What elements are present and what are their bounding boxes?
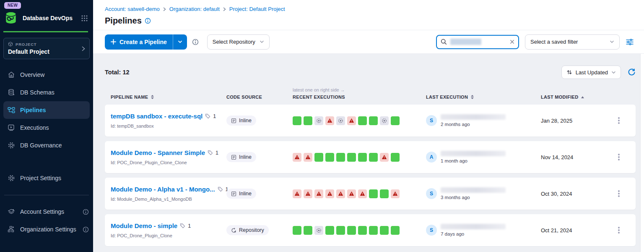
last-execution-time: 7 days ago [441, 231, 506, 236]
pipeline-name-link[interactable]: Module Demo - Alpha v1 - Mongo... [111, 186, 215, 193]
last-execution-time: 2 months ago [441, 122, 506, 127]
sidebar-item-db-governance[interactable]: DB Governance [0, 136, 93, 154]
execution-status-failed[interactable] [304, 153, 312, 162]
failed-warning-icon [305, 155, 311, 160]
execution-status-failed[interactable] [347, 189, 356, 198]
execution-status-success[interactable] [380, 226, 389, 235]
refresh-icon[interactable] [628, 68, 636, 76]
breadcrumb-organization[interactable]: Organization: default [169, 6, 220, 12]
execution-status-success[interactable] [325, 153, 334, 162]
clear-search-icon[interactable] [510, 39, 514, 44]
saved-filter-dropdown[interactable]: Select a saved filter [525, 34, 620, 50]
breadcrumb-account[interactable]: Account: satwell-demo [105, 6, 160, 12]
pipeline-name-link[interactable]: tempDB sandbox - execute-sql [111, 113, 203, 120]
execution-status-success[interactable] [369, 189, 378, 198]
sidebar-item-db-schemas[interactable]: DB Schemas [0, 84, 93, 101]
page-info-icon[interactable] [145, 18, 151, 24]
create-info-icon[interactable] [192, 39, 199, 45]
sidebar-item-executions[interactable]: Executions [0, 119, 93, 136]
row-options-menu-icon[interactable] [615, 151, 622, 163]
failed-warning-icon [327, 191, 332, 196]
execution-status-failed[interactable] [336, 189, 345, 198]
code-source-label: Inline [239, 118, 252, 123]
sidebar-item-overview[interactable]: Overview [0, 66, 93, 84]
executor-name-redacted [441, 187, 506, 193]
execution-status-failed[interactable] [304, 189, 312, 198]
execution-status-success[interactable] [391, 116, 400, 125]
filter-settings-icon[interactable] [626, 38, 634, 46]
execution-status-failed[interactable] [293, 189, 301, 198]
execution-status-success[interactable] [369, 153, 378, 162]
project-selector[interactable]: PROJECT Default Project [3, 38, 90, 59]
sort-label: Last Updated [576, 69, 608, 76]
pipeline-name-link[interactable]: Module Demo - simple [111, 222, 177, 229]
row-options-menu-icon[interactable] [615, 115, 622, 126]
code-source-label: Inline [239, 154, 252, 160]
execution-status-success[interactable] [391, 153, 400, 162]
execution-status-failed[interactable] [325, 189, 334, 198]
breadcrumb-project[interactable]: Project: Default Project [229, 6, 285, 12]
execution-status-success[interactable] [347, 226, 356, 235]
search-input[interactable] [436, 35, 519, 49]
header-last-modified[interactable]: LAST MODIFIED [541, 94, 615, 100]
failed-warning-icon [294, 191, 300, 196]
sort-dropdown[interactable]: Last Updated [561, 66, 621, 79]
execution-status-success[interactable] [336, 153, 345, 162]
execution-status-failed[interactable] [391, 189, 400, 198]
execution-status-success[interactable] [304, 226, 312, 235]
layers-gear-icon [8, 208, 15, 215]
sidebar-item-pipelines[interactable]: Pipelines [3, 101, 90, 119]
org-hierarchy-gear-icon [8, 226, 15, 233]
header-pipeline-name[interactable]: PIPELINE NAME [111, 94, 226, 100]
execution-status-success[interactable] [325, 226, 334, 235]
info-icon[interactable] [83, 209, 89, 215]
executor-name-redacted [441, 114, 506, 120]
chevron-down-icon [610, 39, 614, 44]
info-icon[interactable] [83, 226, 89, 233]
execution-status-success[interactable] [358, 153, 367, 162]
execution-status-failed[interactable] [380, 153, 389, 162]
create-pipeline-dropdown[interactable] [173, 39, 187, 44]
execution-status-success[interactable] [369, 226, 378, 235]
page-header: Account: satwell-demo Organization: defa… [93, 0, 644, 30]
execution-status-success[interactable] [304, 116, 312, 125]
code-source-badge: Inline [226, 116, 256, 126]
execution-status-success[interactable] [293, 116, 301, 125]
app-window: NEW Database DevOps PROJECT Default Proj… [0, 0, 644, 252]
execution-status-success[interactable] [336, 226, 345, 235]
create-pipeline-button[interactable]: Create a Pipeline [105, 34, 187, 50]
execution-status-success[interactable] [358, 116, 367, 125]
pipeline-name-link[interactable]: Module Demo - Spanner Simple [111, 149, 205, 156]
sidebar-item-label: DB Governance [20, 142, 62, 149]
toolbar: Create a Pipeline Select Repository [93, 30, 644, 54]
execution-status-success[interactable] [347, 153, 356, 162]
execution-status-aborted[interactable] [314, 116, 323, 125]
row-options-menu-icon[interactable] [615, 224, 622, 236]
sidebar-item-label: Account Settings [20, 208, 64, 215]
execution-status-failed[interactable] [325, 116, 334, 125]
execution-status-aborted[interactable] [314, 226, 323, 235]
sidebar-item-project-settings[interactable]: Project Settings [0, 169, 93, 187]
execution-status-success[interactable] [358, 226, 367, 235]
execution-status-failed[interactable] [293, 153, 301, 162]
app-switcher-grid-icon[interactable] [81, 15, 88, 22]
plus-icon [111, 39, 116, 45]
execution-status-failed[interactable] [314, 189, 323, 198]
sidebar-item-account-settings[interactable]: Account Settings [0, 203, 93, 220]
execution-status-failed[interactable] [358, 189, 367, 198]
sidebar-item-organization-settings[interactable]: Organization Settings [0, 220, 93, 238]
row-options-menu-icon[interactable] [615, 188, 622, 200]
execution-status-aborted[interactable] [336, 116, 345, 125]
execution-status-success[interactable] [293, 226, 301, 235]
execution-status-success[interactable] [314, 153, 323, 162]
execution-status-success[interactable] [380, 189, 389, 198]
select-repository-dropdown[interactable]: Select Repository [207, 34, 270, 50]
tag-count: 1 [213, 113, 216, 119]
sidebar-item-label: Overview [20, 71, 44, 78]
scrollbar-track[interactable] [640, 54, 644, 252]
execution-status-aborted[interactable] [380, 116, 389, 125]
execution-status-success[interactable] [391, 226, 400, 235]
execution-status-success[interactable] [369, 116, 378, 125]
execution-status-failed[interactable] [347, 116, 356, 125]
header-last-execution[interactable]: LAST EXECUTION [426, 94, 541, 100]
